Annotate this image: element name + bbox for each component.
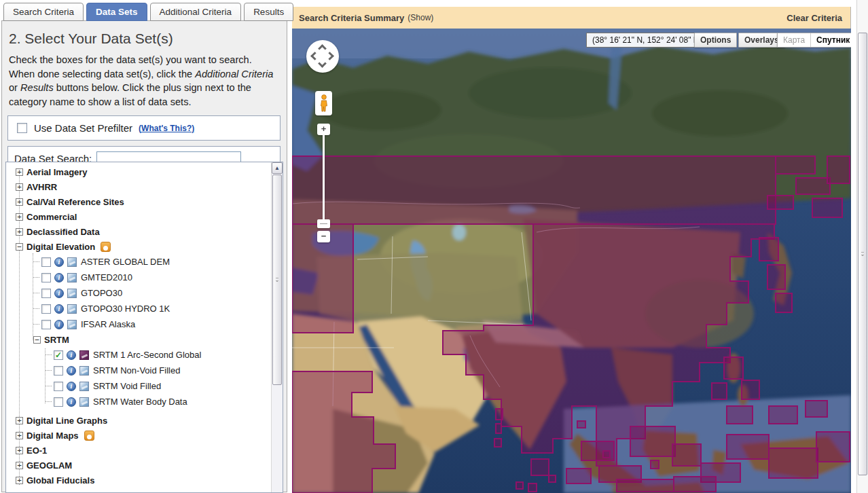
expand-icon[interactable]: +	[16, 432, 23, 439]
tab-data-sets[interactable]: Data Sets	[86, 3, 147, 21]
dataset-row-srtm-void: i SRTM Void Filled	[6, 378, 271, 394]
scroll-up-arrow-icon[interactable]: ▲	[272, 162, 283, 174]
info-icon[interactable]: i	[54, 257, 64, 267]
dataset-row-gtopo30-hydro: i GTOPO30 HYDRO 1K	[6, 301, 271, 316]
tab-search-criteria[interactable]: Search Criteria	[3, 3, 84, 21]
dataset-row-ifsar-alaska: i IFSAR Alaska	[6, 316, 271, 332]
tree-category-aerial-imagery: + Aerial Imagery	[6, 164, 271, 179]
thumbnail-icon[interactable]	[79, 397, 89, 407]
prefilter-checkbox[interactable]	[17, 123, 27, 133]
dataset-checkbox-checked[interactable]: ✓	[54, 350, 63, 360]
dataset-checkbox[interactable]	[41, 289, 51, 298]
map-section: Search Criteria Summary (Show) Clear Cri…	[292, 7, 851, 493]
satellite-map	[292, 29, 851, 493]
thumbnail-icon[interactable]	[67, 257, 77, 267]
info-icon[interactable]: i	[54, 273, 64, 282]
street-view-pegman[interactable]	[315, 91, 332, 115]
tree-category-digital-maps: + Digital Maps	[6, 428, 271, 443]
thumbnail-icon[interactable]	[79, 382, 89, 391]
tab-results[interactable]: Results	[244, 3, 293, 21]
zoom-slider-track[interactable]	[323, 135, 325, 221]
dataset-row-srtm-1arc-global: ✓ i SRTM 1 Arc-Second Global	[6, 347, 271, 363]
tree-scrollbar-thumb[interactable]	[272, 175, 282, 385]
page-title: 2. Select Your Data Set(s)	[9, 31, 281, 47]
expand-icon[interactable]: +	[16, 183, 23, 191]
tree-category-digital-line-graphs: + Digital Line Graphs	[6, 413, 271, 428]
dataset-row-gtopo30: i GTOPO30	[6, 285, 271, 301]
dataset-tree: + Aerial Imagery + AVHRR + Cal/Val Refer…	[6, 162, 271, 492]
summary-show-toggle[interactable]: (Show)	[408, 13, 433, 22]
summary-title: Search Criteria Summary	[299, 13, 404, 23]
dataset-checkbox[interactable]	[41, 273, 51, 282]
prefilter-box: Use Data Set Prefilter (What's This?)	[7, 115, 281, 141]
map-type-switcher: Карта Спутник	[777, 33, 851, 48]
tree-category-geoglam: + GEOGLAM	[6, 458, 271, 473]
expand-icon[interactable]: +	[16, 168, 23, 176]
tree-category-calval: + Cal/Val Reference Sites	[6, 194, 271, 209]
info-icon[interactable]: i	[67, 397, 76, 407]
expand-icon[interactable]: +	[16, 477, 23, 484]
tree-category-digital-elevation: − Digital Elevation	[6, 239, 271, 254]
options-button[interactable]: Options	[694, 33, 737, 48]
dataset-checkbox[interactable]	[54, 382, 63, 391]
info-icon[interactable]: i	[54, 289, 64, 298]
zoom-in-button[interactable]: +	[317, 124, 330, 135]
dataset-checkbox[interactable]	[41, 257, 51, 267]
dataset-checkbox[interactable]	[41, 320, 51, 329]
thumbnail-icon[interactable]	[79, 366, 89, 376]
notice-icon	[101, 242, 111, 252]
info-icon[interactable]: i	[54, 320, 64, 329]
info-icon[interactable]: i	[54, 304, 64, 314]
clear-criteria-button[interactable]: Clear Criteria	[786, 13, 842, 23]
dataset-tree-panel: + Aerial Imagery + AVHRR + Cal/Val Refer…	[5, 162, 283, 493]
dataset-checkbox[interactable]	[54, 366, 63, 376]
collapse-icon[interactable]: −	[16, 243, 23, 251]
thumbnail-icon[interactable]	[67, 273, 77, 282]
tree-category-avhrr: + AVHRR	[6, 179, 271, 194]
search-criteria-summary-bar: Search Criteria Summary (Show) Clear Cri…	[292, 7, 850, 29]
zoom-out-button[interactable]: −	[317, 231, 330, 242]
earthexplorer-page: Search Criteria Data Sets Additional Cri…	[0, 0, 868, 493]
tab-bar: Search Criteria Data Sets Additional Cri…	[3, 3, 293, 21]
map-type-satellite-button[interactable]: Спутник	[811, 33, 851, 47]
info-icon[interactable]: i	[67, 350, 76, 360]
instructions-text: Check the boxes for the data set(s) you …	[9, 53, 279, 109]
map-pan-control[interactable]	[306, 40, 339, 73]
info-icon[interactable]: i	[67, 366, 76, 376]
pan-right-icon[interactable]	[325, 52, 334, 60]
expand-icon[interactable]: +	[16, 447, 23, 454]
expand-icon[interactable]: +	[16, 462, 23, 469]
tree-category-declassified: + Declassified Data	[6, 224, 271, 239]
dataset-row-gmted2010: i GMTED2010	[6, 270, 271, 285]
page-scrollbar-thumb[interactable]	[858, 33, 867, 475]
tree-category-commercial: + Commercial	[6, 209, 271, 224]
notice-icon	[84, 431, 94, 441]
thumbnail-icon[interactable]	[67, 289, 77, 298]
dataset-checkbox[interactable]	[54, 397, 63, 407]
tab-additional-criteria[interactable]: Additional Criteria	[150, 3, 242, 21]
expand-icon[interactable]: +	[16, 198, 23, 206]
info-icon[interactable]: i	[67, 382, 76, 391]
expand-icon[interactable]: +	[16, 228, 23, 236]
expand-icon[interactable]: +	[16, 417, 23, 424]
thumbnail-icon[interactable]	[67, 304, 77, 314]
thumbnail-icon[interactable]	[79, 350, 89, 360]
collapse-icon[interactable]: −	[33, 336, 41, 344]
thumbnail-icon[interactable]	[67, 320, 77, 329]
map-type-map-button[interactable]: Карта	[778, 33, 811, 47]
tree-category-global-fiducials: + Global Fiducials	[6, 473, 271, 488]
pan-up-icon[interactable]	[318, 44, 327, 53]
dataset-checkbox[interactable]	[41, 304, 51, 314]
pan-down-icon[interactable]	[318, 59, 327, 68]
whats-this-link[interactable]: (What's This?)	[139, 124, 194, 133]
prefilter-label: Use Data Set Prefilter	[34, 122, 132, 134]
dataset-row-srtm-nonvoid: i SRTM Non-Void Filled	[6, 363, 271, 378]
dataset-row-srtm-water-body: i SRTM Water Body Data	[6, 394, 271, 409]
expand-icon[interactable]: +	[16, 213, 23, 221]
tree-category-eo1: + EO-1	[6, 443, 271, 458]
map-canvas[interactable]: (38° 16' 21" N, 152° 24' 08" E) Options …	[292, 29, 851, 493]
tree-scrollbar[interactable]: ▲	[271, 162, 283, 492]
zoom-slider-handle[interactable]	[317, 219, 330, 228]
pan-left-icon[interactable]	[310, 52, 319, 60]
page-scrollbar[interactable]	[856, 0, 868, 493]
